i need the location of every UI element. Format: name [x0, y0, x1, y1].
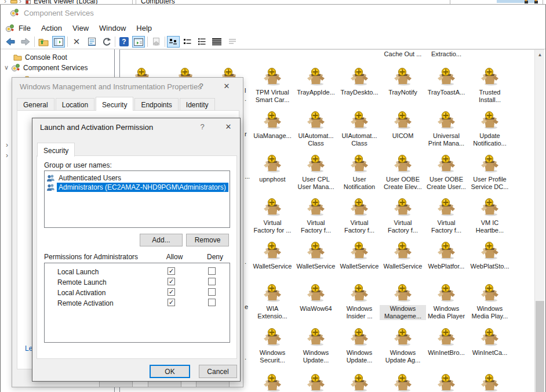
dcom-app-walletservice[interactable]: WalletService — [336, 241, 383, 270]
deny-checkbox-remote-activation[interactable] — [208, 299, 216, 306]
dcom-app-universal-print-mana[interactable]: UniversalPrint Mana... — [423, 111, 469, 147]
tree-item-component-services[interactable]: ∨ Component Services — [4, 63, 88, 72]
allow-checkbox-remote-activation[interactable]: ✓ — [168, 299, 175, 306]
view-list-button[interactable] — [196, 36, 209, 48]
dcom-app-icon[interactable] — [293, 373, 339, 392]
view-details-button[interactable] — [210, 36, 223, 48]
allow-checkbox-local-launch[interactable]: ✓ — [168, 267, 175, 275]
tree-item-console-root[interactable]: Console Root — [13, 52, 67, 62]
dcom-app-windows-media-player[interactable]: WindowsMedia Player — [423, 284, 469, 320]
dialog-help-button[interactable]: ? — [196, 82, 206, 90]
dcom-app-vm-ic-heartbe[interactable]: VM ICHeartbe... — [467, 198, 513, 234]
export-list-button[interactable] — [150, 36, 162, 48]
cancel-button[interactable]: Cancel — [199, 365, 237, 378]
dcom-app-windows-manageme[interactable]: WindowsManageme... — [380, 284, 426, 320]
dcom-app-user-oobe-create-elev[interactable]: User OOBECreate Elev... — [380, 154, 426, 191]
dcom-app-uiautomat-class[interactable]: UIAutomat...Class — [336, 111, 383, 147]
dcom-app-windows-insider[interactable]: WindowsInsider ... — [336, 284, 383, 320]
group-names-listbox[interactable]: Authenticated Users Administrators (EC2A… — [44, 170, 230, 228]
dcom-app-user-oobe-create-user[interactable]: User OOBECreate User... — [423, 154, 469, 191]
dcom-app-uiamanage[interactable]: UiaManage... — [249, 111, 296, 140]
scroll-up-arrow[interactable]: ▲ — [535, 50, 544, 60]
dcom-app-upnphost[interactable]: upnphost — [249, 154, 296, 183]
chevron-right-icon[interactable]: › — [6, 141, 8, 149]
show-hide-console-tree-button[interactable] — [52, 36, 65, 48]
deny-checkbox-local-activation[interactable] — [208, 288, 216, 296]
tab-identity[interactable]: Identity — [180, 98, 215, 111]
dcom-app-virtual-factory-f[interactable]: VirtualFactory f... — [423, 198, 469, 234]
dcom-app-webplatsto[interactable]: WebPlatSto... — [467, 241, 513, 270]
dcom-app-uicom[interactable]: UICOM — [380, 111, 426, 140]
properties-button[interactable] — [85, 36, 98, 48]
dcom-app-user-notification[interactable]: UserNotification — [336, 154, 383, 191]
dcom-app-wininetca[interactable]: WinInetCa... — [467, 328, 513, 357]
add-button[interactable]: Add... — [140, 234, 183, 246]
dcom-app-windows-securit[interactable]: WindowsSecurit... — [249, 328, 296, 364]
forward-button[interactable] — [19, 36, 32, 48]
dcom-app-icon[interactable] — [380, 373, 426, 392]
title-bar[interactable]: Component Services — [1, 5, 545, 21]
allow-checkbox-local-activation[interactable]: ✓ — [168, 288, 175, 296]
dcom-app-windows-update[interactable]: WindowsUpdate... — [293, 328, 339, 364]
dcom-app-wia-extensio[interactable]: WIAExtensio... — [249, 284, 296, 320]
dcom-app-walletservice[interactable]: WalletService — [249, 241, 296, 270]
dcom-app-windows-update-ag[interactable]: WindowsUpdate Ag... — [380, 328, 426, 364]
dcom-app-windows-media-play[interactable]: WindowsMedia Play... — [467, 284, 513, 320]
tab-endpoints[interactable]: Endpoints — [134, 98, 178, 111]
tab-location[interactable]: Location — [56, 98, 94, 111]
view-small-icons-button[interactable] — [181, 36, 194, 48]
dcom-app-windows-update[interactable]: WindowsUpdate... — [336, 328, 383, 364]
dialog-close-button[interactable]: ✕ — [224, 122, 233, 131]
ok-button[interactable]: OK — [150, 365, 190, 378]
dcom-app-virtual-factory-f[interactable]: VirtualFactory f... — [336, 198, 383, 234]
help-button[interactable]: ? — [118, 36, 130, 48]
refresh-button[interactable] — [100, 36, 113, 48]
tab-security[interactable]: Security — [96, 97, 133, 111]
vertical-scrollbar[interactable]: ▲ — [534, 50, 544, 392]
menu-action[interactable]: Action — [36, 21, 67, 35]
back-button[interactable] — [4, 36, 17, 48]
up-one-level-button[interactable] — [37, 36, 50, 48]
background-tab[interactable]: Computers — [141, 0, 175, 5]
dcom-app-wininetbro[interactable]: WinInetBro... — [423, 328, 469, 357]
dcom-app-traydeskto[interactable]: TrayDeskto... — [336, 67, 383, 96]
scrollbar-thumb[interactable] — [536, 301, 544, 392]
deny-checkbox-local-launch[interactable] — [208, 267, 216, 275]
tab-security[interactable]: Security — [37, 143, 75, 157]
dcom-app-update-notificatio[interactable]: UpdateNotificatio... — [467, 111, 513, 147]
dcom-app-virtual-factory-f[interactable]: VirtualFactory f... — [293, 198, 339, 234]
dcom-app-trayappide[interactable]: TrayAppIde... — [293, 67, 339, 96]
tab-general[interactable]: General — [17, 98, 54, 111]
dcom-app-icon[interactable] — [423, 373, 469, 392]
dcom-app-traynotify[interactable]: TrayNotify — [380, 67, 426, 96]
menu-file[interactable]: File — [13, 21, 36, 35]
view-large-icons-button[interactable] — [167, 36, 180, 48]
chevron-down-icon[interactable]: ∨ — [4, 64, 9, 71]
view-extra-button[interactable] — [226, 36, 239, 48]
dcom-app-wiawow64[interactable]: WiaWow64 — [293, 284, 339, 313]
dcom-app-tpm-virtual-smart-car[interactable]: TPM VirtualSmart Car... — [249, 67, 296, 104]
allow-checkbox-remote-launch[interactable]: ✓ — [168, 278, 175, 285]
dcom-app-icon[interactable] — [336, 373, 383, 392]
chevron-right-icon[interactable]: › — [6, 151, 8, 159]
partial-label-extractio[interactable]: Extractio... — [420, 50, 472, 57]
dcom-app-virtual-factory-f[interactable]: VirtualFactory f... — [380, 198, 426, 234]
dcom-app-icon[interactable] — [249, 373, 296, 392]
dcom-app-webplatfor[interactable]: WebPlatfor... — [423, 241, 469, 270]
chevron-right-icon[interactable]: › — [4, 0, 6, 5]
group-row-administrators[interactable]: Administrators (EC2AMAZ-NHD9PGM\Administ… — [45, 183, 230, 192]
delete-button[interactable]: ✕ — [70, 36, 83, 48]
remove-button[interactable]: Remove — [186, 234, 229, 246]
dcom-app-user-profile-service-dc[interactable]: User ProfileService DC... — [467, 154, 513, 191]
dcom-app-trusted-install[interactable]: TrustedInstall... — [467, 67, 513, 104]
chevron-right-icon[interactable]: › — [19, 0, 21, 5]
group-row-authenticated[interactable]: Authenticated Users — [45, 173, 230, 183]
background-tree-item[interactable]: Event Viewer (Local) — [34, 0, 98, 5]
dcom-app-uiautomat-class[interactable]: UIAutomat...Class — [293, 111, 339, 147]
dcom-app-walletservice[interactable]: WalletService — [293, 241, 339, 270]
deny-checkbox-remote-launch[interactable] — [208, 278, 216, 285]
menu-window[interactable]: Window — [94, 21, 131, 35]
dcom-app-user-cpl-user-mana[interactable]: User CPLUser Mana... — [293, 154, 339, 191]
dcom-app-virtual-factory-for[interactable]: VirtualFactory for ... — [249, 198, 296, 234]
permissions-listbox[interactable]: Local Launch✓Remote Launch✓Local Activat… — [44, 263, 230, 343]
